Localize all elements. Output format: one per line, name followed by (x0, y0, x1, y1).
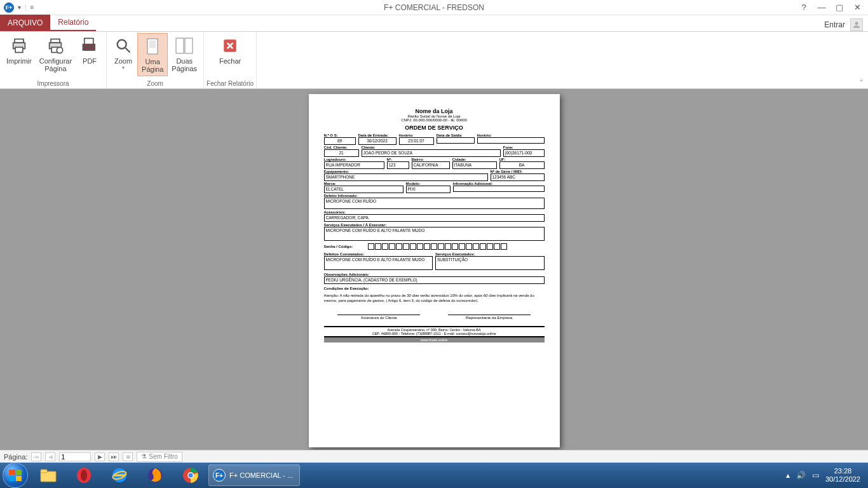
taskbar: F+ F+ COMERCIAL - ... ▴ 🔊 ▭ 23:28 30/12/… (0, 463, 868, 488)
collapse-ribbon-icon[interactable]: ˄ (860, 79, 863, 86)
help-button[interactable]: ? (799, 3, 808, 12)
store-cnpj: CNPJ: 00.000.000/0000-00 - IE: 00000 (324, 118, 545, 122)
page-setup-icon (45, 36, 65, 56)
two-pages-label: Duas Páginas (172, 57, 197, 72)
svg-rect-17 (176, 38, 184, 53)
action-center-icon[interactable]: ▭ (812, 471, 819, 480)
svg-point-10 (118, 40, 126, 49)
password-boxes (368, 243, 507, 250)
close-report-button[interactable]: Fechar (215, 33, 245, 67)
printer-icon (9, 36, 29, 56)
pdf-button[interactable]: PDF PDF (76, 33, 104, 67)
report-footer: Avenida Cinquentenário, nº 000, Bairro: … (324, 326, 545, 337)
svg-line-11 (126, 48, 130, 53)
prev-page-button[interactable]: ◀ (45, 452, 55, 461)
start-button[interactable] (3, 463, 28, 488)
filter-button[interactable]: ⚗ Sem Filtro (137, 452, 182, 462)
page-setup-button[interactable]: Configurar Página (36, 33, 76, 75)
print-label: Imprimir (6, 57, 32, 65)
qat-separator: | (25, 4, 27, 11)
magnifier-icon (113, 36, 133, 56)
group-zoom-label: Zoom (147, 80, 163, 88)
signature-rep: Representante da Empresa (448, 315, 531, 320)
taskbar-chrome[interactable] (173, 464, 208, 486)
last-page-button[interactable]: ⏭ (109, 452, 119, 461)
one-page-icon (142, 36, 163, 57)
page-number-input[interactable] (59, 452, 91, 461)
status-bar: Página: ⏮ ◀ ▶ ⏭ ⏹ ⚗ Sem Filtro (0, 450, 868, 463)
close-icon (220, 36, 240, 56)
store-name: Nome da Loja (324, 108, 545, 114)
close-button[interactable]: ✕ (853, 3, 862, 12)
ribbon-tabs: ARQUIVO Relatório Entrar (0, 15, 868, 32)
group-impressora-label: Impressora (37, 80, 69, 88)
chevron-down-icon: ▾ (122, 65, 125, 71)
page-label: Página: (4, 453, 27, 461)
stop-button[interactable]: ⏹ (123, 452, 133, 461)
svg-rect-2 (15, 47, 23, 52)
clock[interactable]: 23:28 30/12/2022 (825, 467, 860, 484)
report-footer-site: www.fmais.online (324, 337, 545, 342)
svg-point-6 (57, 47, 63, 53)
windows-logo-icon (9, 470, 22, 481)
ribbon: Imprimir Configurar Página PDF PDF Impre… (0, 32, 868, 89)
report-page: Nome da Loja Razão Social do Nome da Loj… (309, 94, 560, 447)
taskbar-ie[interactable] (102, 464, 137, 486)
tab-relatorio[interactable]: Relatório (50, 15, 96, 31)
two-pages-button[interactable]: Duas Páginas (168, 33, 201, 75)
system-tray: ▴ 🔊 ▭ 23:28 30/12/2022 (786, 467, 865, 484)
svg-point-29 (189, 473, 193, 478)
file-tab[interactable]: ARQUIVO (0, 15, 50, 31)
taskbar-explorer[interactable] (31, 464, 66, 486)
app-taskbar-icon: F+ (213, 469, 226, 482)
maximize-button[interactable]: ▢ (835, 3, 844, 12)
filter-icon: ⚗ (141, 453, 147, 460)
zoom-button[interactable]: Zoom ▾ (109, 33, 137, 73)
svg-point-23 (81, 470, 87, 481)
title-bar: F+ ▾ | ≡ F+ COMERCIAL - FREDSON ? — ▢ ✕ (0, 0, 868, 15)
taskbar-opera[interactable] (66, 464, 102, 486)
next-page-button[interactable]: ▶ (95, 452, 105, 461)
svg-rect-18 (185, 38, 193, 53)
window-title: F+ COMERCIAL - FREDSON (384, 3, 484, 12)
qat-overflow-icon[interactable]: ≡ (31, 4, 34, 11)
print-button[interactable]: Imprimir (3, 33, 36, 67)
signin-link[interactable]: Entrar (824, 20, 845, 29)
page-setup-label: Configurar Página (39, 57, 72, 72)
report-title: ORDEM DE SERVIÇO (324, 125, 545, 131)
one-page-label: Uma Página (142, 58, 163, 73)
attention-text: Atenção: A não retirada do aparelho no p… (324, 293, 545, 303)
minimize-button[interactable]: — (817, 3, 826, 12)
taskbar-app-label: F+ COMERCIAL - ... (229, 471, 293, 479)
zoom-label: Zoom (114, 57, 132, 65)
user-avatar[interactable] (850, 18, 863, 31)
show-hidden-icon[interactable]: ▴ (786, 471, 790, 480)
svg-rect-21 (41, 470, 47, 473)
pdf-label: PDF (83, 57, 97, 65)
close-report-label: Fechar (219, 57, 241, 65)
report-workspace[interactable]: Nome da Loja Razão Social do Nome da Loj… (0, 89, 868, 450)
first-page-button[interactable]: ⏮ (31, 452, 41, 461)
one-page-button[interactable]: Uma Página (137, 33, 168, 76)
taskbar-app-running[interactable]: F+ F+ COMERCIAL - ... (208, 464, 300, 486)
taskbar-firefox[interactable] (137, 464, 173, 486)
volume-icon[interactable]: 🔊 (796, 471, 806, 480)
group-fechar-label: Fechar Relatório (207, 80, 254, 88)
pdf-icon: PDF (79, 36, 100, 56)
qat-dropdown-icon[interactable]: ▾ (18, 4, 21, 11)
two-pages-icon (174, 36, 194, 56)
svg-text:PDF: PDF (85, 45, 93, 50)
app-icon: F+ (4, 3, 14, 13)
signature-client: Assinatura do Cliente (337, 315, 420, 320)
